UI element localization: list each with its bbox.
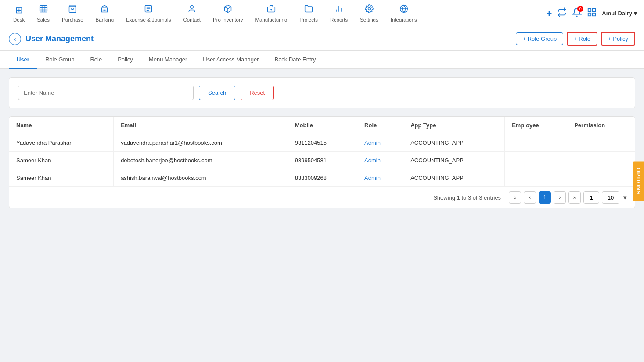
- nav-item-desk[interactable]: ⊞ Desk: [7, 1, 31, 26]
- cell-email-3: ashish.baranwal@hostbooks.com: [114, 169, 288, 187]
- role-group-button[interactable]: + Role Group: [516, 32, 563, 45]
- options-sidebar[interactable]: OPTIONS: [633, 161, 644, 201]
- role-button[interactable]: + Role: [567, 32, 597, 46]
- notification-badge: 0: [577, 6, 583, 12]
- col-name: Name: [9, 117, 114, 134]
- projects-icon: [304, 4, 313, 15]
- table-section: Name Email Mobile Role App Type Employee…: [9, 116, 635, 208]
- nav-item-projects[interactable]: Projects: [293, 1, 324, 26]
- nav-label-integrations: Integrations: [391, 17, 417, 22]
- nav-item-purchase[interactable]: Purchase: [56, 1, 90, 26]
- search-button[interactable]: Search: [199, 86, 235, 100]
- company-selector[interactable]: Amul Dairy ▾: [602, 10, 637, 17]
- nav-label-banking: Banking: [96, 17, 114, 22]
- page-size-arrow[interactable]: ▼: [622, 194, 628, 201]
- tab-user-access-manager[interactable]: User Access Manager: [195, 51, 266, 69]
- desk-icon: ⊞: [15, 5, 23, 15]
- banking-icon: [100, 4, 109, 15]
- reset-button[interactable]: Reset: [241, 86, 274, 100]
- back-button[interactable]: ‹: [9, 33, 21, 45]
- nav-item-manufacturing[interactable]: Manufacturing: [249, 1, 293, 26]
- cell-permission-1: [567, 134, 635, 152]
- svg-rect-0: [40, 6, 47, 12]
- col-mobile: Mobile: [288, 117, 357, 134]
- cell-employee-1: [505, 134, 567, 152]
- page-size-input[interactable]: [602, 191, 619, 204]
- notification-icon[interactable]: 0: [572, 7, 582, 19]
- cell-mobile-3: 8333009268: [288, 169, 357, 187]
- svg-rect-15: [593, 9, 595, 11]
- nav-label-pro-inventory: Pro Inventory: [213, 17, 243, 22]
- cell-role-2[interactable]: Admin: [357, 152, 403, 169]
- table-row: Sameer Khan debotosh.banerjee@hostbooks.…: [9, 152, 635, 169]
- main-content: Search Reset Name Email Mobile Role App …: [0, 69, 644, 216]
- last-page-button[interactable]: »: [568, 191, 581, 204]
- col-employee: Employee: [505, 117, 567, 134]
- table-body: Yadavendra Parashar yadavendra.parashar1…: [9, 134, 635, 187]
- first-page-button[interactable]: «: [509, 191, 521, 204]
- search-input[interactable]: [18, 86, 194, 100]
- users-table: Name Email Mobile Role App Type Employee…: [9, 117, 635, 186]
- next-page-button[interactable]: ›: [554, 191, 566, 204]
- nav-item-banking[interactable]: Banking: [90, 1, 120, 26]
- col-app-type: App Type: [403, 117, 505, 134]
- pro-inventory-icon: [223, 4, 232, 15]
- cell-mobile-2: 9899504581: [288, 152, 357, 169]
- cell-email-1: yadavendra.parashar1@hostbooks.com: [114, 134, 288, 152]
- prev-page-button[interactable]: ‹: [524, 191, 536, 204]
- tab-role-group[interactable]: Role Group: [37, 51, 82, 69]
- add-icon[interactable]: +: [547, 8, 552, 19]
- cell-mobile-1: 9311204515: [288, 134, 357, 152]
- nav-label-projects: Projects: [299, 17, 318, 22]
- nav-item-integrations[interactable]: Integrations: [385, 1, 423, 26]
- transfer-icon[interactable]: [557, 7, 567, 19]
- col-email: Email: [114, 117, 288, 134]
- top-navigation: ⊞ Desk Sales Purchase Banking: [0, 0, 644, 27]
- svg-rect-17: [593, 13, 595, 16]
- search-section: Search Reset: [9, 77, 635, 108]
- cell-name-1: Yadavendra Parashar: [9, 134, 114, 152]
- tab-back-date-entry[interactable]: Back Date Entry: [266, 51, 324, 69]
- table-header: Name Email Mobile Role App Type Employee…: [9, 117, 635, 134]
- cell-name-2: Sameer Khan: [9, 152, 114, 169]
- tabs-bar: User Role Group Role Policy Menu Manager…: [0, 51, 644, 69]
- purchase-icon: [68, 4, 77, 15]
- cell-employee-3: [505, 169, 567, 187]
- nav-item-settings[interactable]: Settings: [354, 1, 385, 26]
- page-title: User Management: [25, 34, 94, 43]
- nav-item-sales[interactable]: Sales: [31, 1, 56, 26]
- page-header-left: ‹ User Management: [9, 33, 94, 45]
- cell-apptype-3: ACCOUNTING_APP: [403, 169, 505, 187]
- topnav-right: + 0 Amul Dairy ▾: [547, 7, 637, 19]
- cell-name-3: Sameer Khan: [9, 169, 114, 187]
- grid-icon[interactable]: [587, 7, 597, 19]
- pagination-info: Showing 1 to 3 of 3 entries: [433, 194, 501, 201]
- tab-role[interactable]: Role: [82, 51, 110, 69]
- reports-icon: [335, 4, 343, 15]
- nav-item-contact[interactable]: Contact: [177, 1, 207, 26]
- page-jump-input[interactable]: [583, 191, 599, 204]
- nav-label-desk: Desk: [13, 17, 25, 22]
- tab-menu-manager[interactable]: Menu Manager: [141, 51, 195, 69]
- cell-role-1[interactable]: Admin: [357, 134, 403, 152]
- tab-policy[interactable]: Policy: [110, 51, 141, 69]
- nav-label-purchase: Purchase: [62, 17, 83, 22]
- svg-point-3: [191, 6, 194, 9]
- current-page-button[interactable]: 1: [539, 191, 551, 204]
- nav-item-pro-inventory[interactable]: Pro Inventory: [207, 1, 249, 26]
- nav-item-expense-journals[interactable]: Expense & Journals: [120, 1, 177, 26]
- cell-email-2: debotosh.banerjee@hostbooks.com: [114, 152, 288, 169]
- tab-user[interactable]: User: [9, 51, 37, 69]
- table-row: Yadavendra Parashar yadavendra.parashar1…: [9, 134, 635, 152]
- policy-button[interactable]: + Policy: [601, 32, 635, 46]
- manufacturing-icon: [267, 4, 276, 15]
- svg-rect-16: [588, 13, 591, 16]
- nav-items: ⊞ Desk Sales Purchase Banking: [7, 1, 547, 26]
- svg-point-11: [368, 8, 370, 10]
- cell-apptype-1: ACCOUNTING_APP: [403, 134, 505, 152]
- nav-label-manufacturing: Manufacturing: [255, 17, 287, 22]
- integrations-icon: [399, 4, 408, 15]
- nav-item-reports[interactable]: Reports: [324, 1, 354, 26]
- cell-role-3[interactable]: Admin: [357, 169, 403, 187]
- nav-label-contact: Contact: [183, 17, 201, 22]
